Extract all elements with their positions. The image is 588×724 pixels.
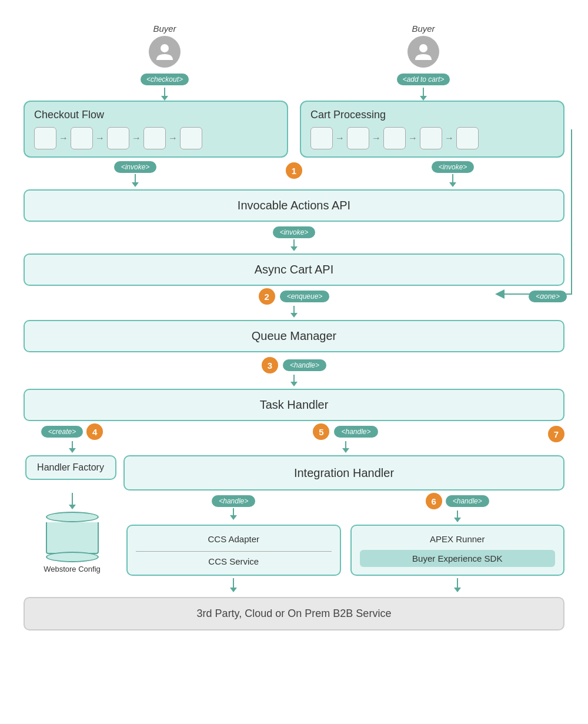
cart-arrow-3: → — [408, 133, 417, 144]
invocable-actions-api-title: Invocable Actions API — [238, 199, 350, 212]
handler-factory-title: Handler Factory — [37, 462, 104, 472]
diagram-container: Buyer Buyer <checkout> — [12, 12, 576, 642]
webstore-config-label: Webstore Config — [44, 565, 101, 573]
invocable-actions-api-box: Invocable Actions API — [24, 189, 564, 222]
buyer-left: Buyer — [53, 24, 276, 70]
checkout-arrow-1: → — [59, 133, 68, 144]
badge-4: 4 — [86, 423, 103, 440]
checkout-arrow-2: → — [95, 133, 105, 144]
invoke-row: <invoke> 1 <invoke> — [18, 161, 570, 187]
lower-row: Handler Factory Integration Handler — [24, 455, 564, 491]
cart-step-1 — [310, 127, 333, 149]
done-badge: <done> — [529, 291, 567, 302]
checkout-flow-title: Checkout Flow — [34, 109, 278, 121]
person-icon-right — [414, 42, 433, 61]
task-handler-title: Task Handler — [260, 398, 329, 411]
right-connector-line — [423, 88, 424, 96]
apex-handle-col: 6 <handle> — [350, 493, 565, 522]
flow-boxes-row: Checkout Flow → → → → Cart Processing → … — [24, 101, 564, 158]
db-bottom — [46, 552, 99, 562]
right-arrowhead — [420, 96, 427, 101]
ccs-service-title: CCS Service — [136, 551, 332, 569]
left-invoke-badge: <invoke> — [114, 161, 157, 173]
enqueue-row: 2 <enqueue> <done> — [24, 288, 564, 318]
badge-5: 5 — [313, 423, 329, 440]
svg-point-0 — [161, 44, 169, 52]
cart-step-2 — [347, 127, 369, 149]
done-label-container: <done> — [529, 291, 569, 302]
cart-processing-title: Cart Processing — [310, 109, 554, 121]
handle5-badge: <handle> — [334, 426, 377, 438]
buyer-left-label: Buyer — [153, 24, 176, 34]
badge-1-container: 1 — [286, 162, 302, 179]
create-col: <create> 4 — [24, 423, 121, 453]
right-invoke-col: <invoke> — [341, 161, 564, 187]
cart-processing-steps: → → → → — [310, 127, 554, 149]
left-invoke-col: <invoke> — [24, 161, 247, 187]
integration-handler-col: Integration Handler — [123, 455, 564, 491]
action-labels-row: <checkout> <add to cart> — [18, 71, 570, 101]
ccs-adapter-box: CCS Adapter CCS Service — [126, 525, 341, 576]
integration-handler-box: Integration Handler — [123, 455, 564, 491]
buyers-row: Buyer Buyer — [18, 24, 570, 70]
invoke2-badge: <invoke> — [273, 226, 316, 238]
apex-arrow-down — [350, 578, 565, 592]
invoke2-connector: <invoke> — [18, 224, 570, 251]
person-icon-left — [155, 42, 174, 61]
buyer-right-icon — [407, 36, 439, 68]
checkout-step-1 — [34, 127, 56, 149]
checkout-action-label: <checkout> — [141, 74, 189, 85]
badge-1: 1 — [286, 162, 302, 179]
checkout-action-col: <checkout> — [53, 71, 276, 101]
handler-factory-box: Handler Factory — [25, 455, 116, 480]
buyer-experience-sdk-title: Buyer Experience SDK — [360, 550, 556, 567]
checkout-flow-steps: → → → → — [34, 127, 278, 149]
webstore-db — [46, 512, 99, 562]
ccs-adapter-title: CCS Adapter — [136, 532, 332, 546]
enqueue-badge: <enqueue> — [280, 291, 330, 302]
create-handle-row: <create> 4 5 <handle> 7 — [24, 423, 564, 453]
handler-factory-col: Handler Factory — [24, 455, 118, 480]
third-party-title: 3rd Party, Cloud or On Prem B2B Service — [197, 608, 392, 619]
badge-6: 6 — [426, 493, 442, 509]
db-body — [46, 522, 99, 554]
queue-manager-box: Queue Manager — [24, 320, 564, 352]
checkout-step-5 — [180, 127, 202, 149]
apex-runner-box: APEX Runner Buyer Experience SDK — [350, 525, 565, 576]
checkout-step-2 — [71, 127, 93, 149]
handle3-connector: 3 <handle> — [18, 355, 570, 386]
async-cart-api-box: Async Cart API — [24, 253, 564, 286]
cart-arrow-1: → — [335, 133, 345, 144]
cart-step-5 — [456, 127, 479, 149]
apex-runner-title: APEX Runner — [360, 532, 556, 546]
left-connector-line — [164, 88, 165, 96]
adapters-col: <handle> 6 <handle> CCS Adapter — [126, 493, 564, 592]
checkout-step-3 — [107, 127, 129, 149]
addtocart-action-label: <add to cart> — [397, 74, 450, 85]
cart-step-3 — [383, 127, 406, 149]
buyer-right: Buyer — [312, 24, 535, 70]
checkout-step-4 — [143, 127, 166, 149]
buyer-left-icon — [149, 36, 181, 68]
create-badge: <create> — [41, 426, 83, 438]
cart-arrow-2: → — [372, 133, 381, 144]
cart-arrow-4: → — [445, 133, 454, 144]
svg-point-1 — [419, 44, 427, 52]
ccs-handle-badge: <handle> — [212, 495, 255, 507]
db-top — [46, 512, 99, 522]
factory-adapter-row: Webstore Config <handle> 6 <handle> — [24, 493, 564, 592]
async-cart-api-title: Async Cart API — [255, 263, 334, 276]
handle3-badge: <handle> — [283, 359, 326, 371]
ccs-handle-col: <handle> — [126, 493, 341, 522]
left-arrowhead — [161, 96, 168, 101]
enqueue-center: 2 <enqueue> — [24, 288, 564, 318]
checkout-flow-box: Checkout Flow → → → → — [24, 101, 288, 158]
cart-step-4 — [420, 127, 442, 149]
handle5-col: 5 <handle> — [126, 423, 564, 453]
adapter-handle-row: <handle> 6 <handle> — [126, 493, 564, 522]
checkout-arrow-3: → — [132, 133, 141, 144]
third-party-box: 3rd Party, Cloud or On Prem B2B Service — [24, 597, 564, 630]
badge-7: 7 — [548, 426, 564, 442]
task-handler-box: Task Handler — [24, 389, 564, 421]
badge-3: 3 — [262, 357, 278, 373]
